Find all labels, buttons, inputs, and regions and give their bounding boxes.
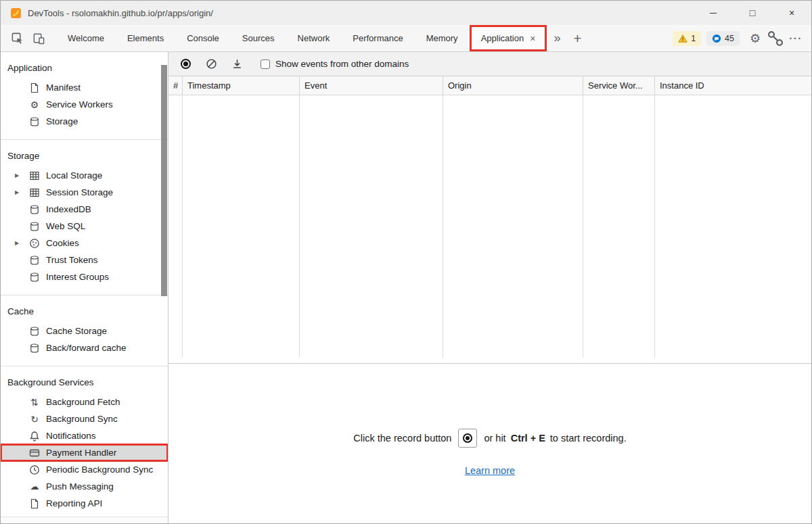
messages-count: 45 <box>725 34 734 43</box>
sidebar-item-indexeddb[interactable]: IndexedDB <box>1 201 168 218</box>
device-toolbar-icon <box>32 32 45 45</box>
tab-sources[interactable]: Sources <box>231 25 286 51</box>
sidebar-item-service-workers[interactable]: ⚙ Service Workers <box>1 96 168 113</box>
save-events-button[interactable] <box>227 54 247 74</box>
section-title-background-services: Background Services <box>1 372 168 394</box>
tab-application-label: Application <box>481 33 524 43</box>
storage-icon <box>29 116 40 127</box>
database-icon <box>29 255 40 266</box>
sidebar-item-notifications[interactable]: Notifications <box>1 427 168 444</box>
sidebar-section-cache: Cache Cache Storage Back/forward cache <box>1 295 168 366</box>
item-label: Web SQL <box>46 221 85 231</box>
pane-splitter[interactable] <box>168 358 811 363</box>
item-label: Push Messaging <box>46 481 114 492</box>
window-controls: ─ □ × <box>694 1 811 25</box>
doc-icon <box>29 498 40 509</box>
add-panel-button[interactable]: + <box>567 28 587 49</box>
item-label: Back/forward cache <box>46 343 127 353</box>
sidebar-item-periodic-background-sync[interactable]: Periodic Background Sync <box>1 461 168 478</box>
sidebar-item-storage[interactable]: Storage <box>1 113 168 130</box>
sidebar-item-background-sync[interactable]: ↻ Background Sync <box>1 410 168 427</box>
events-toolbar: Show events from other domains <box>168 52 811 76</box>
sidebar-item-back-forward-cache[interactable]: Back/forward cache <box>1 339 168 356</box>
tab-elements[interactable]: Elements <box>116 25 175 51</box>
item-label: Payment Handler <box>46 448 116 458</box>
clock-icon <box>29 465 40 475</box>
service-workers-gear-icon: ⚙ <box>29 100 40 110</box>
tab-console[interactable]: Console <box>175 25 231 51</box>
devtools-window: DevTools - rsolomakhin.github.io/pr/apps… <box>0 0 812 524</box>
device-toolbar-button[interactable] <box>28 28 49 49</box>
more-options-button[interactable]: ··· <box>786 28 806 49</box>
body-column-number <box>168 95 183 358</box>
sidebar-item-interest-groups[interactable]: Interest Groups <box>1 268 168 285</box>
column-header-origin: Origin <box>443 76 583 95</box>
column-header-service-worker: Service Wor... <box>583 76 655 95</box>
tab-network[interactable]: Network <box>286 25 342 51</box>
show-events-checkbox[interactable] <box>261 59 270 69</box>
section-title-application: Application <box>1 57 168 79</box>
section-title-storage: Storage <box>1 145 168 167</box>
sidebar-item-cache-storage[interactable]: Cache Storage <box>1 323 168 339</box>
sidebar-item-cookies[interactable]: ▶ Cookies <box>1 235 168 252</box>
expander-icon[interactable]: ▶ <box>15 172 19 178</box>
item-label: Manifest <box>46 82 81 93</box>
record-icon <box>181 59 191 69</box>
sidebar-item-web-sql[interactable]: Web SQL <box>1 218 168 235</box>
sidebar-item-trust-tokens[interactable]: Trust Tokens <box>1 252 168 268</box>
record-button[interactable] <box>175 54 196 74</box>
connections-button[interactable] <box>765 28 786 49</box>
sidebar-section-storage: Storage ▶ Local Storage ▶ Session Storag… <box>1 139 168 295</box>
body-column-origin <box>443 95 583 358</box>
events-table-body <box>168 95 811 358</box>
item-label: Session Storage <box>46 187 113 197</box>
item-label: Notifications <box>46 431 96 441</box>
more-tabs-button[interactable]: » <box>547 28 567 49</box>
issues-badge[interactable]: 1 <box>673 31 701 46</box>
hint-text-suffix: to start recording. <box>550 433 627 444</box>
tab-welcome[interactable]: Welcome <box>56 25 116 51</box>
sidebar-item-reporting-api[interactable]: Reporting API <box>1 495 168 512</box>
shortcut-text: Ctrl + E <box>511 433 545 444</box>
sidebar-item-push-messaging[interactable]: ☁ Push Messaging <box>1 478 168 495</box>
window-title: DevTools - rsolomakhin.github.io/pr/apps… <box>28 8 694 18</box>
sidebar-item-session-storage[interactable]: ▶ Session Storage <box>1 184 168 201</box>
events-table-header: # Timestamp Event Origin Service Wor... … <box>168 76 811 95</box>
hint-text-before: Click the record button <box>353 433 451 444</box>
tab-application[interactable]: Application × <box>470 25 547 51</box>
expander-icon[interactable]: ▶ <box>15 189 19 195</box>
sidebar-item-manifest[interactable]: Manifest <box>1 79 168 96</box>
sidebar-item-background-fetch[interactable]: ⇅ Background Fetch <box>1 394 168 410</box>
column-header-instance-id: Instance ID <box>655 76 811 95</box>
sidebar-horizontal-scrollbar[interactable] <box>1 517 168 523</box>
bell-icon <box>29 431 40 442</box>
empty-state-hint: Click the record button or hit Ctrl + E … <box>353 429 626 448</box>
database-icon <box>29 221 40 232</box>
sidebar-vertical-scrollbar[interactable] <box>161 65 167 296</box>
table-icon <box>29 170 40 181</box>
sidebar-item-local-storage[interactable]: ▶ Local Storage <box>1 167 168 184</box>
details-pane: Click the record button or hit Ctrl + E … <box>168 363 811 523</box>
clear-button[interactable] <box>201 54 221 74</box>
sidebar-section-application: Application Manifest ⚙ Service Workers S… <box>1 52 168 139</box>
body-column-service-worker <box>583 95 655 358</box>
minimize-button[interactable]: ─ <box>694 1 733 25</box>
console-messages-badge[interactable]: 45 <box>706 31 740 46</box>
item-label: Background Fetch <box>46 397 120 407</box>
tab-close-icon[interactable]: × <box>530 34 535 43</box>
sidebar-item-payment-handler[interactable]: Payment Handler <box>1 444 168 461</box>
learn-more-link[interactable]: Learn more <box>465 465 515 476</box>
tab-performance[interactable]: Performance <box>341 25 414 51</box>
item-label: Service Workers <box>46 99 113 110</box>
settings-button[interactable]: ⚙ <box>745 28 765 49</box>
background-fetch-icon: ⇅ <box>29 398 40 407</box>
item-label: Local Storage <box>46 170 102 181</box>
message-bubble-icon <box>712 34 721 43</box>
inspect-element-button[interactable] <box>6 28 28 49</box>
clear-icon <box>206 58 217 70</box>
column-header-timestamp: Timestamp <box>183 76 300 95</box>
expander-icon[interactable]: ▶ <box>15 240 19 246</box>
tab-memory[interactable]: Memory <box>415 25 470 51</box>
cookie-icon <box>29 238 40 249</box>
item-label: Cache Storage <box>46 326 107 336</box>
